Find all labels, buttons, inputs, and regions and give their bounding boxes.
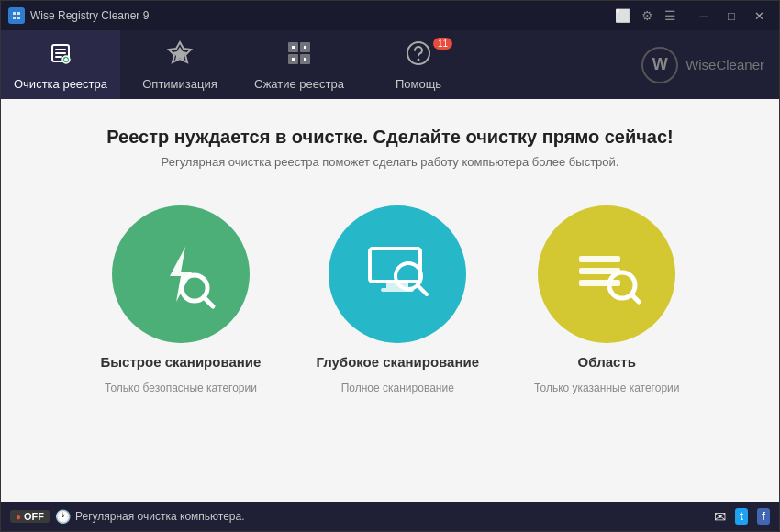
brand: W WiseCleaner — [641, 30, 779, 99]
brand-name: WiseCleaner — [685, 57, 764, 72]
optimize-icon — [166, 39, 194, 73]
nav-optimize[interactable]: Оптимизация — [120, 30, 240, 99]
deep-scan-label: Глубокое сканирование — [316, 354, 479, 370]
main-content: Реестр нуждается в очистке. Сделайте очи… — [1, 99, 779, 502]
status-off-toggle[interactable]: ● OFF — [10, 510, 50, 523]
deep-scan-option[interactable]: Глубокое сканирование Полное сканировани… — [316, 205, 479, 396]
fast-scan-option[interactable]: Быстрое сканирование Только безопасные к… — [101, 205, 262, 396]
window-controls: ─ □ ✕ — [691, 6, 772, 25]
nav-registry-clean-label: Очистка реестра — [14, 77, 107, 91]
nav-compress[interactable]: Сжатие реестра — [240, 30, 359, 99]
mail-icon[interactable]: ✉ — [714, 508, 726, 526]
brand-logo: W — [641, 47, 678, 83]
off-label: OFF — [24, 511, 44, 522]
off-dot: ● — [16, 512, 21, 522]
svg-point-18 — [418, 58, 420, 61]
nav-help-label: Помощь — [396, 77, 441, 91]
svg-rect-16 — [304, 58, 306, 61]
nav-compress-label: Сжатие реестра — [254, 77, 344, 91]
custom-scan-circle[interactable] — [538, 205, 675, 343]
menu-icon: ☰ — [664, 8, 676, 23]
svg-rect-13 — [292, 46, 295, 49]
scan-options: Быстрое сканирование Только безопасные к… — [101, 205, 680, 396]
monitor-icon: ⬜ — [615, 8, 630, 23]
custom-scan-label: Область — [578, 354, 636, 370]
deep-scan-sublabel: Полное сканирование — [341, 381, 454, 396]
title-bar-extra-icons: ⬜ ⚙ ☰ — [615, 8, 676, 23]
deep-scan-circle[interactable] — [329, 205, 466, 343]
svg-rect-14 — [304, 46, 306, 49]
title-bar: Wise Registry Cleaner 9 ⬜ ⚙ ☰ ─ □ ✕ — [1, 1, 779, 30]
nav-registry-clean[interactable]: Очистка реестра — [1, 30, 120, 99]
nav-optimize-label: Оптимизация — [142, 77, 217, 91]
status-social-icons: ✉ t f — [714, 508, 770, 526]
status-text: Регулярная очистка компьютера. — [75, 510, 244, 523]
svg-line-26 — [418, 285, 427, 294]
close-button[interactable]: ✕ — [746, 6, 772, 25]
fast-scan-label: Быстрое сканирование — [101, 354, 262, 370]
facebook-icon[interactable]: f — [757, 508, 770, 525]
nav-help[interactable]: 11 Помощь — [359, 30, 478, 99]
svg-rect-27 — [579, 256, 620, 262]
svg-line-31 — [631, 294, 639, 302]
toolbar: Очистка реестра Оптимизация Сжатие реест… — [1, 30, 779, 99]
svg-rect-15 — [292, 58, 295, 61]
registry-clean-icon — [47, 39, 74, 73]
main-subline: Регулярная очистка реестра поможет сдела… — [162, 155, 619, 169]
maximize-button[interactable]: □ — [719, 6, 744, 25]
main-headline: Реестр нуждается в очистке. Сделайте очи… — [106, 127, 674, 148]
fast-scan-sublabel: Только безопасные категории — [105, 381, 257, 396]
settings-icon: ⚙ — [641, 8, 653, 23]
twitter-icon[interactable]: t — [735, 508, 748, 525]
app-logo — [8, 7, 25, 24]
help-badge: 11 — [433, 38, 452, 50]
fast-scan-circle[interactable] — [112, 205, 250, 343]
custom-scan-sublabel: Только указанные категории — [534, 381, 679, 396]
svg-line-21 — [204, 297, 213, 306]
app-title: Wise Registry Cleaner 9 — [30, 9, 615, 22]
status-bar: ● OFF 🕐 Регулярная очистка компьютера. ✉… — [1, 502, 779, 531]
compress-icon — [285, 39, 313, 73]
svg-rect-29 — [579, 280, 620, 286]
clock-icon: 🕐 — [55, 509, 71, 524]
custom-scan-option[interactable]: Область Только указанные категории — [534, 205, 679, 396]
help-icon — [405, 39, 432, 73]
minimize-button[interactable]: ─ — [691, 6, 717, 25]
